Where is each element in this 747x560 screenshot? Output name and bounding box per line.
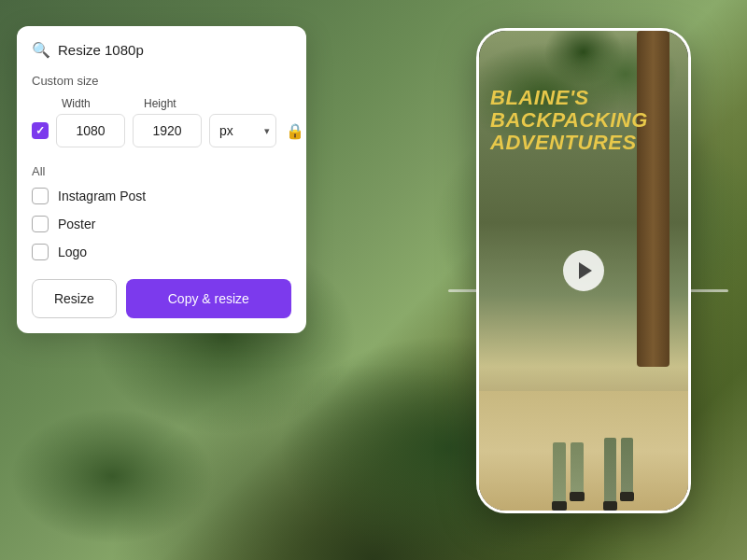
phone-inner: Blaine'sBackpackingAdventures [479, 31, 688, 511]
width-input[interactable] [56, 114, 125, 147]
play-triangle-icon [579, 262, 592, 279]
unit-select-wrap: px % in cm ▾ [209, 114, 276, 147]
all-label: All [32, 164, 291, 178]
logo-label: Logo [58, 245, 87, 259]
unit-select[interactable]: px % in cm [209, 114, 276, 147]
wh-labels: Width Height [62, 97, 291, 110]
poster-checkbox[interactable] [32, 216, 49, 232]
lock-icon[interactable]: 🔒 [286, 122, 304, 140]
checkbox-row-logo: Logo [32, 244, 291, 260]
checkboxes-section: All Instagram Post Poster Logo [32, 164, 291, 260]
phone-title-area: Blaine'sBackpackingAdventures [490, 87, 677, 155]
custom-size-label: Custom size [32, 74, 291, 88]
custom-size-row: px % in cm ▾ 🔒 [32, 114, 291, 147]
search-icon: 🔍 [32, 41, 50, 59]
poster-label: Poster [58, 217, 95, 231]
tree-trunk [637, 31, 669, 367]
phone-mockup: Blaine'sBackpackingAdventures [476, 28, 691, 513]
person-1-legs [552, 442, 585, 511]
people-area [507, 436, 679, 511]
instagram-label: Instagram Post [58, 189, 146, 203]
custom-size-checkbox[interactable] [32, 122, 49, 139]
copy-resize-button[interactable]: Copy & resize [126, 279, 291, 318]
logo-checkbox[interactable] [32, 244, 49, 260]
phone-outer: Blaine'sBackpackingAdventures [476, 28, 691, 513]
search-text: Resize 1080p [58, 42, 144, 58]
person-2-legs [603, 438, 634, 511]
width-label: Width [62, 97, 136, 110]
height-label: Height [144, 97, 218, 110]
height-input[interactable] [133, 114, 202, 147]
checkbox-row-instagram: Instagram Post [32, 188, 291, 204]
play-button[interactable] [563, 250, 604, 291]
resize-panel: 🔍 Resize 1080p Custom size Width Height … [17, 26, 306, 333]
instagram-checkbox[interactable] [32, 188, 49, 204]
custom-size-section: Custom size Width Height px % in cm ▾ 🔒 [32, 74, 291, 147]
checkbox-row-poster: Poster [32, 216, 291, 232]
resize-button[interactable]: Resize [32, 279, 117, 318]
search-row: 🔍 Resize 1080p [32, 41, 291, 59]
phone-title-text: Blaine'sBackpackingAdventures [490, 87, 677, 155]
buttons-row: Resize Copy & resize [32, 279, 291, 318]
